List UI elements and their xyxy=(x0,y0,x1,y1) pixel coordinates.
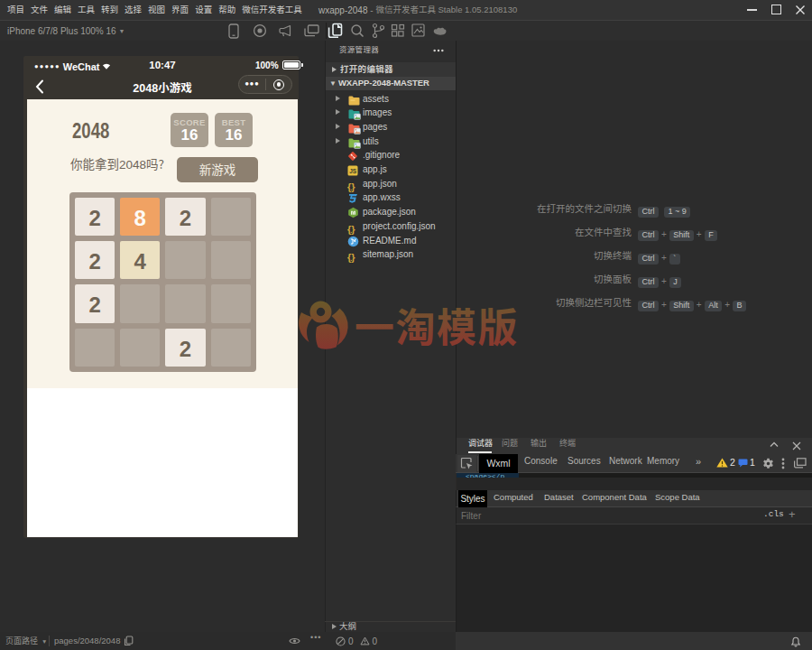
svg-text:JS: JS xyxy=(349,168,357,174)
svg-text:一淘模版: 一淘模版 xyxy=(355,300,519,354)
